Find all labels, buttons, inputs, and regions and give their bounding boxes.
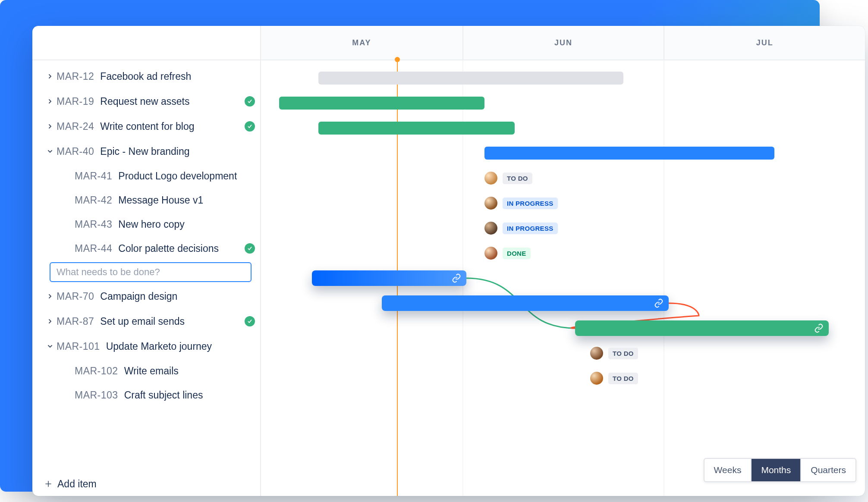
- chevron-down-icon[interactable]: [44, 343, 57, 350]
- month-column: JUN: [462, 26, 664, 60]
- issue-row[interactable]: MAR-24Write content for blog: [32, 114, 260, 139]
- plus-icon: [42, 480, 55, 488]
- gridline: [664, 60, 664, 496]
- timeline-bar[interactable]: [484, 147, 774, 160]
- issue-key: MAR-12: [57, 71, 94, 82]
- done-check-icon: [245, 316, 255, 326]
- issue-title: New hero copy: [118, 219, 184, 230]
- avatar[interactable]: [590, 372, 603, 385]
- issue-title: Write content for blog: [100, 121, 194, 132]
- roadmap-panel: MAR-12Facebook ad refreshMAR-19Request n…: [32, 26, 865, 496]
- issue-key: MAR-41: [75, 170, 112, 182]
- issue-key: MAR-19: [57, 96, 94, 107]
- status-badge[interactable]: TO DO: [503, 173, 532, 184]
- issue-row-child[interactable]: MAR-42Message House v1: [32, 188, 260, 212]
- link-icon: [814, 323, 824, 333]
- avatar[interactable]: [484, 247, 497, 260]
- issue-key: MAR-70: [57, 291, 94, 302]
- issue-title: Epic - New branding: [100, 146, 189, 157]
- done-check-icon: [245, 96, 255, 107]
- timeline-bar[interactable]: [312, 270, 466, 286]
- timeline-bar[interactable]: [382, 295, 669, 311]
- timeline: MAYJUNJUL TO DOIN PROGRESSIN PROGRESSDON…: [261, 26, 865, 496]
- issue-title: Update Marketo journey: [106, 341, 212, 352]
- issue-row[interactable]: MAR-12Facebook ad refresh: [32, 64, 260, 89]
- avatar[interactable]: [484, 172, 497, 185]
- chevron-right-icon[interactable]: [44, 318, 57, 325]
- timeline-bar[interactable]: [279, 97, 484, 110]
- issue-row[interactable]: MAR-70Campaign design: [32, 284, 260, 309]
- status-badge[interactable]: TO DO: [608, 373, 638, 384]
- issue-row-child[interactable]: MAR-103Craft subject lines: [32, 383, 260, 407]
- month-column: MAY: [261, 26, 462, 60]
- task-assignment: IN PROGRESS: [484, 197, 558, 210]
- issue-key: MAR-102: [75, 365, 118, 377]
- issue-row[interactable]: MAR-40Epic - New branding: [32, 139, 260, 164]
- status-badge[interactable]: TO DO: [608, 348, 638, 359]
- issue-title: Product Logo development: [118, 170, 237, 182]
- sidebar-header: [32, 26, 260, 60]
- avatar[interactable]: [484, 197, 497, 210]
- chevron-right-icon[interactable]: [44, 73, 57, 80]
- issue-row[interactable]: MAR-87Set up email sends: [32, 309, 260, 334]
- issue-row[interactable]: MAR-101Update Marketo journey: [32, 334, 260, 359]
- issue-title: Request new assets: [100, 96, 189, 107]
- add-item-button[interactable]: Add item: [32, 472, 260, 496]
- new-issue-input[interactable]: [50, 262, 252, 282]
- issue-key: MAR-40: [57, 146, 94, 157]
- done-check-icon: [245, 243, 255, 254]
- task-assignment: TO DO: [590, 372, 638, 385]
- timeline-body[interactable]: TO DOIN PROGRESSIN PROGRESSDONETO DOTO D…: [261, 60, 865, 496]
- chevron-right-icon[interactable]: [44, 293, 57, 300]
- issue-key: MAR-103: [75, 389, 118, 401]
- timeline-bar[interactable]: [318, 122, 515, 135]
- issue-key: MAR-87: [57, 316, 94, 327]
- scale-option-quarters[interactable]: Quarters: [800, 459, 855, 481]
- status-badge[interactable]: DONE: [503, 248, 531, 259]
- issue-key: MAR-42: [75, 195, 112, 206]
- issue-title: Color palette decisions: [118, 243, 219, 254]
- issue-list: MAR-12Facebook ad refreshMAR-19Request n…: [32, 60, 260, 472]
- issue-title: Craft subject lines: [124, 389, 203, 401]
- issue-key: MAR-43: [75, 219, 112, 230]
- add-item-label: Add item: [57, 478, 97, 490]
- issue-title: Message House v1: [118, 195, 203, 206]
- scale-switch: WeeksMonthsQuarters: [704, 458, 856, 482]
- task-assignment: TO DO: [484, 172, 532, 185]
- task-assignment: DONE: [484, 247, 531, 260]
- issue-row-child[interactable]: MAR-43New hero copy: [32, 212, 260, 236]
- task-assignment: TO DO: [590, 347, 638, 360]
- timeline-bar[interactable]: [575, 320, 829, 336]
- issue-title: Facebook ad refresh: [100, 71, 191, 82]
- issue-row-child[interactable]: MAR-41Product Logo development: [32, 164, 260, 188]
- avatar[interactable]: [484, 222, 497, 235]
- issue-key: MAR-44: [75, 243, 112, 254]
- scale-option-weeks[interactable]: Weeks: [704, 459, 751, 481]
- timeline-header: MAYJUNJUL: [261, 26, 865, 60]
- new-issue-row: [32, 260, 260, 284]
- month-column: JUL: [664, 26, 865, 60]
- issue-sidebar: MAR-12Facebook ad refreshMAR-19Request n…: [32, 26, 261, 496]
- issue-key: MAR-101: [57, 341, 100, 352]
- status-badge[interactable]: IN PROGRESS: [503, 198, 558, 209]
- done-check-icon: [245, 121, 255, 132]
- issue-title: Write emails: [124, 365, 179, 377]
- issue-title: Set up email sends: [100, 316, 185, 327]
- timeline-bar[interactable]: [318, 72, 623, 85]
- status-badge[interactable]: IN PROGRESS: [503, 223, 558, 234]
- task-assignment: IN PROGRESS: [484, 222, 558, 235]
- issue-key: MAR-24: [57, 121, 94, 132]
- scale-option-months[interactable]: Months: [751, 459, 800, 481]
- issue-title: Campaign design: [100, 291, 177, 302]
- chevron-right-icon[interactable]: [44, 123, 57, 130]
- issue-row-child[interactable]: MAR-102Write emails: [32, 359, 260, 383]
- issue-row-child[interactable]: MAR-44Color palette decisions: [32, 236, 260, 260]
- chevron-down-icon[interactable]: [44, 148, 57, 155]
- avatar[interactable]: [590, 347, 603, 360]
- link-icon: [452, 273, 461, 283]
- chevron-right-icon[interactable]: [44, 98, 57, 105]
- link-icon: [654, 298, 664, 308]
- issue-row[interactable]: MAR-19Request new assets: [32, 89, 260, 114]
